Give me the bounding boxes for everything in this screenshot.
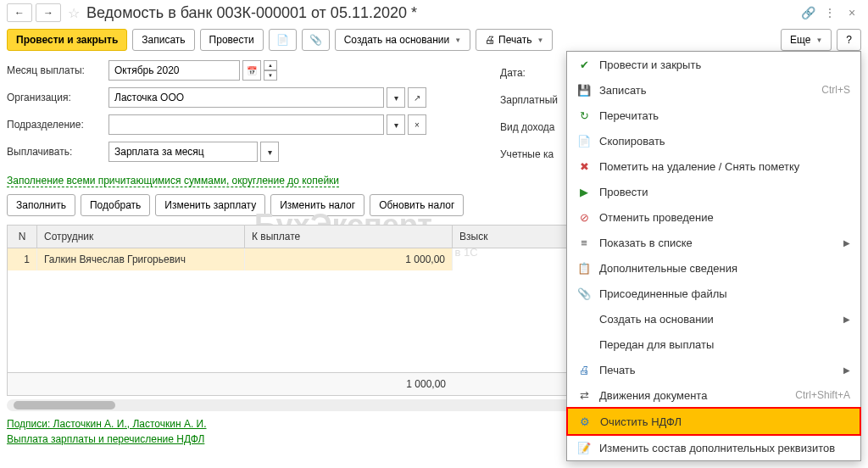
menu-item-label: Показать в списке [599, 237, 835, 249]
chevron-down-icon: ▼ [454, 36, 461, 44]
menu-item[interactable]: 📝Изменить состав дополнительных реквизит… [567, 435, 860, 460]
more-button[interactable]: Еще▼ [781, 29, 832, 51]
menu-item[interactable]: 🖨Печать▶ [567, 357, 860, 382]
link-icon[interactable]: 🔗 [798, 3, 817, 22]
nav-forward-button[interactable]: → [36, 3, 61, 22]
menu-item-icon: ⚙ [578, 415, 592, 428]
menu-item-label: Провести [599, 186, 850, 198]
print-button[interactable]: 🖨Печать▼ [476, 29, 553, 51]
menu-item-icon: 🖨 [577, 363, 591, 376]
menu-item-label: Скопировать [599, 135, 850, 148]
fill-settings-link[interactable]: Заполнение всеми причитающимися суммами,… [7, 175, 339, 187]
menu-item[interactable]: ⚙Очистить НДФЛ [566, 407, 861, 436]
chevron-down-icon: ▼ [537, 36, 543, 44]
menu-item[interactable]: ⊘Отменить проведение [567, 204, 860, 230]
menu-item[interactable]: ✔Провести и закрыть [567, 52, 860, 77]
change-tax-button[interactable]: Изменить налог [270, 194, 364, 216]
menu-item-icon: 📝 [577, 441, 591, 454]
dept-clear-button[interactable]: × [408, 114, 426, 135]
menu-item-icon [577, 312, 591, 326]
menu-item-label: Дополнительные сведения [599, 262, 850, 275]
save-button[interactable]: Записать [132, 29, 194, 51]
chevron-down-icon: ▼ [815, 36, 822, 44]
create-based-button[interactable]: Создать на основании▼ [335, 29, 470, 51]
menu-shortcut: Ctrl+S [821, 84, 850, 96]
dept-label: Подразделение: [7, 119, 108, 131]
more-menu: ✔Провести и закрыть💾ЗаписатьCtrl+S↻Переч… [566, 51, 861, 461]
post-button[interactable]: Провести [200, 29, 264, 51]
refresh-tax-button[interactable]: Обновить налог [370, 194, 464, 216]
chevron-right-icon: ▶ [843, 238, 850, 248]
menu-item[interactable]: 💾ЗаписатьCtrl+S [567, 77, 860, 103]
project-label: Зарплатный [500, 86, 558, 114]
menu-item[interactable]: Передан для выплаты [567, 332, 860, 357]
account-label: Учетные ка [500, 141, 558, 168]
dept-dropdown-button[interactable]: ▾ [387, 114, 405, 135]
page-title: Ведомость в банк 003К-000001 от 05.11.20… [86, 4, 795, 22]
menu-item-label: Движения документа [599, 389, 787, 402]
signatures-link[interactable]: Подписи: Ласточкин А. И., Ласточкин А. И… [7, 418, 207, 430]
pay-label: Выплачивать: [7, 146, 108, 158]
menu-item-icon: ✖ [577, 159, 591, 173]
menu-item-label: Изменить состав дополнительных реквизито… [599, 442, 850, 454]
menu-item-icon: ≡ [577, 236, 591, 249]
printer-icon: 🖨 [485, 34, 495, 46]
menu-item[interactable]: 📎Присоединенные файлы [567, 281, 860, 306]
menu-item-label: Присоединенные файлы [599, 287, 850, 300]
help-button[interactable]: ? [837, 29, 861, 51]
col-employee: Сотрудник [37, 226, 245, 248]
attach-icon-button[interactable]: 📎 [302, 29, 330, 51]
calendar-icon[interactable]: 📅 [242, 60, 261, 81]
change-salary-button[interactable]: Изменить зарплату [155, 194, 265, 216]
month-field[interactable] [108, 60, 240, 81]
income-label: Вид дохода [500, 114, 558, 141]
month-label: Месяц выплаты: [7, 64, 108, 76]
pay-dropdown-button[interactable]: ▾ [260, 142, 279, 162]
fill-button[interactable]: Заполнить [7, 194, 75, 216]
menu-item[interactable]: ≡Показать в списке▶ [567, 230, 860, 255]
org-open-button[interactable]: ↗ [408, 87, 426, 108]
menu-item[interactable]: 📄Скопировать [567, 128, 860, 153]
menu-item-icon: ✔ [577, 58, 591, 71]
chevron-right-icon: ▶ [843, 315, 850, 324]
menu-item-label: Пометить на удаление / Снять пометку [599, 160, 850, 173]
menu-item-label: Создать на основании [599, 313, 835, 326]
nav-back-button[interactable]: ← [7, 3, 32, 22]
favorite-star-icon[interactable]: ☆ [68, 5, 80, 21]
pay-field[interactable] [108, 142, 258, 162]
menu-item-icon: ⇄ [577, 388, 591, 402]
kebab-icon[interactable]: ⋮ [821, 3, 839, 22]
org-dropdown-button[interactable]: ▾ [387, 87, 405, 108]
total-amount: 1 000,00 [245, 373, 453, 395]
menu-item[interactable]: 📋Дополнительные сведения [567, 255, 860, 281]
menu-item-label: Перечитать [599, 109, 850, 122]
menu-item-icon: ⊘ [577, 210, 591, 224]
menu-item-label: Очистить НДФЛ [600, 415, 849, 428]
col-deduction: Взыск [453, 226, 571, 248]
payout-link[interactable]: Выплата зарплаты и перечисление НДФЛ [7, 433, 204, 445]
select-button[interactable]: Подобрать [81, 194, 150, 216]
menu-item-icon: 💾 [577, 83, 591, 97]
menu-item-icon: ↻ [577, 109, 591, 122]
menu-item-label: Печать [599, 364, 835, 376]
menu-item-label: Передан для выплаты [599, 338, 850, 351]
menu-item[interactable]: ✖Пометить на удаление / Снять пометку [567, 153, 860, 179]
menu-item-label: Провести и закрыть [599, 58, 850, 71]
post-and-close-button[interactable]: Провести и закрыть [7, 29, 127, 51]
menu-shortcut: Ctrl+Shift+A [795, 389, 850, 401]
menu-item-label: Записать [599, 84, 813, 97]
close-icon[interactable]: × [843, 3, 861, 22]
menu-item[interactable]: ▶Провести [567, 179, 860, 204]
report-icon-button[interactable]: 📄 [269, 29, 297, 51]
menu-item-icon: 📎 [577, 287, 591, 300]
menu-item[interactable]: Создать на основании▶ [567, 306, 860, 332]
org-field[interactable] [108, 87, 384, 108]
date-label: Дата: [500, 59, 558, 86]
month-down-button[interactable]: ▼ [264, 70, 277, 81]
menu-item[interactable]: ↻Перечитать [567, 103, 860, 128]
menu-item[interactable]: ⇄Движения документаCtrl+Shift+A [567, 382, 860, 408]
org-label: Организация: [7, 92, 108, 103]
dept-field[interactable] [108, 114, 384, 135]
month-up-button[interactable]: ▲ [264, 60, 277, 70]
menu-item-icon: ▶ [577, 185, 591, 198]
